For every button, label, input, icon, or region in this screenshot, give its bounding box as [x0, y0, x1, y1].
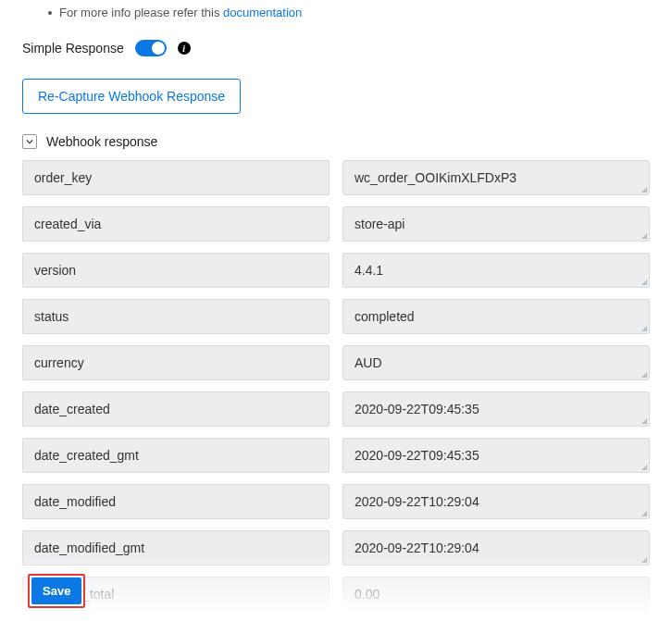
field-key[interactable]: created_via: [22, 206, 330, 242]
field-value[interactable]: AUD: [342, 345, 650, 380]
field-row: date_modified2020-09-22T10:29:04: [22, 484, 650, 519]
field-key[interactable]: order_key: [22, 160, 330, 195]
field-key[interactable]: date_created_gmt: [22, 438, 330, 473]
collapse-toggle[interactable]: [22, 134, 37, 149]
save-highlight: Save: [28, 574, 85, 608]
webhook-response-header: Webhook response: [22, 134, 650, 149]
field-value[interactable]: 0.00: [342, 577, 650, 612]
info-text-prefix: For more info please refer this: [59, 6, 223, 19]
field-value[interactable]: 2020-09-22T10:29:04: [342, 484, 650, 519]
field-row: date_modified_gmt2020-09-22T10:29:04: [22, 530, 650, 565]
field-key[interactable]: date_modified: [22, 484, 330, 519]
field-key[interactable]: date_modified_gmt: [22, 530, 330, 565]
field-row: version4.4.1: [22, 253, 650, 288]
simple-response-row: Simple Response i: [22, 40, 650, 56]
info-text: For more info please refer this document…: [59, 6, 302, 19]
bullet-icon: [48, 11, 52, 15]
simple-response-toggle[interactable]: [135, 40, 167, 56]
field-row: created_viastore-api: [22, 206, 650, 242]
field-key[interactable]: version: [22, 253, 330, 288]
field-key[interactable]: status: [22, 299, 330, 334]
documentation-link[interactable]: documentation: [223, 6, 302, 19]
field-value[interactable]: completed: [342, 299, 650, 334]
section-title: Webhook response: [46, 134, 157, 149]
field-value[interactable]: 2020-09-22T09:45:35: [342, 391, 650, 427]
recapture-webhook-button[interactable]: Re-Capture Webhook Response: [22, 79, 241, 114]
field-value[interactable]: 4.4.1: [342, 253, 650, 288]
field-row: order_keywc_order_OOIKimXLFDxP3: [22, 160, 650, 195]
chevron-down-icon: [26, 138, 33, 145]
simple-response-label: Simple Response: [22, 41, 124, 56]
field-value[interactable]: store-api: [342, 206, 650, 242]
field-row: discount_total0.00: [22, 577, 650, 612]
field-value[interactable]: 2020-09-22T09:45:35: [342, 438, 650, 473]
field-key[interactable]: date_created: [22, 391, 330, 427]
field-key[interactable]: currency: [22, 345, 330, 380]
field-value[interactable]: wc_order_OOIKimXLFDxP3: [342, 160, 650, 195]
fields-list: order_keywc_order_OOIKimXLFDxP3created_v…: [22, 160, 650, 612]
field-row: currencyAUD: [22, 345, 650, 380]
field-row: date_created_gmt2020-09-22T09:45:35: [22, 438, 650, 473]
field-row: statuscompleted: [22, 299, 650, 334]
field-row: date_created2020-09-22T09:45:35: [22, 391, 650, 427]
info-icon[interactable]: i: [178, 42, 191, 55]
field-value[interactable]: 2020-09-22T10:29:04: [342, 530, 650, 565]
save-button[interactable]: Save: [31, 578, 81, 604]
info-line: For more info please refer this document…: [48, 6, 650, 19]
